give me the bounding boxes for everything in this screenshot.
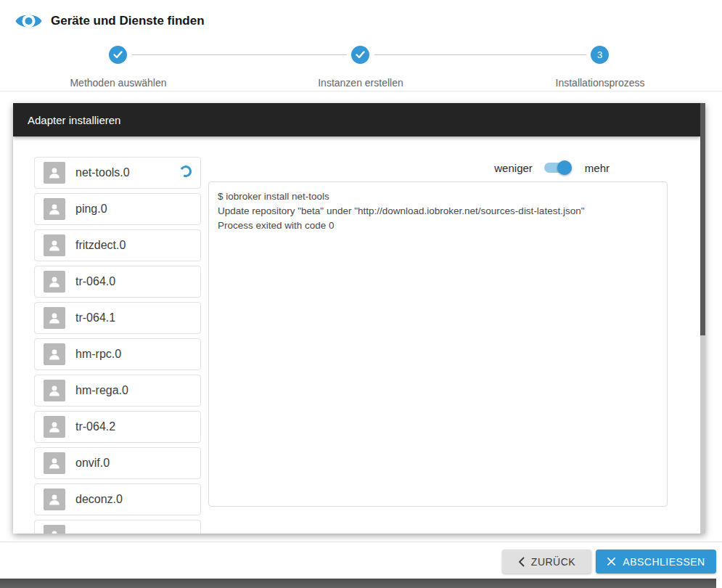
step-3-circle: 3: [591, 46, 609, 64]
adapter-name: onvif.0: [75, 457, 110, 470]
adapter-name: tr-064.2: [75, 420, 115, 433]
install-console-output: $ iobroker install net-toolsUpdate repos…: [208, 181, 668, 507]
adapter-name: tr-064.0: [75, 275, 115, 288]
back-button-label: ZURÜCK: [531, 556, 575, 568]
chevron-left-icon: [518, 557, 525, 567]
adapter-name: fritzdect.0: [75, 239, 126, 252]
install-adapter-dialog: Adapter installieren net-tools.0 ping.0: [13, 103, 705, 534]
adapter-avatar: [44, 380, 65, 401]
adapter-avatar: [44, 162, 65, 184]
step-2-check-icon: [351, 46, 369, 64]
dialog-title-bar: Adapter installieren: [13, 103, 700, 136]
adapter-avatar: [44, 343, 65, 365]
step-1-check-icon: [109, 46, 127, 64]
installing-spinner-icon: [179, 164, 194, 179]
adapter-avatar: [44, 234, 65, 256]
adapter-list-item[interactable]: onvif.0: [34, 447, 201, 479]
adapter-list-item[interactable]: net-tools.0: [34, 157, 201, 189]
step-3-number: 3: [597, 49, 602, 60]
adapter-list-item[interactable]: ping.0: [34, 193, 201, 225]
console-line: Process exited with code 0: [218, 219, 658, 233]
discovery-wizard-page: Geräte und Dienste finden 3 Methoden aus…: [0, 0, 722, 588]
person-icon: [46, 528, 62, 534]
toggle-label-weniger: weniger: [494, 162, 533, 174]
adapter-name: net-tools.0: [75, 166, 130, 179]
console-line: Update repository "beta" under "http://d…: [218, 204, 658, 219]
step-label-instanzen: Instanzen erstellen: [318, 77, 403, 89]
toggle-label-mehr: mehr: [585, 162, 610, 174]
finish-button-label: ABSCHLIESSEN: [623, 556, 705, 568]
header-divider: [0, 91, 722, 91]
adapter-list-item[interactable]: [34, 520, 201, 534]
adapter-name: hm-rpc.0: [75, 348, 121, 361]
step-label-methoden: Methoden auswählen: [70, 77, 166, 89]
adapter-name: tr-064.1: [75, 311, 115, 324]
adapter-avatar: [44, 525, 65, 534]
adapter-list-item[interactable]: fritzdect.0: [34, 229, 201, 261]
person-icon: [46, 274, 62, 290]
app-header: Geräte und Dienste finden: [15, 9, 205, 33]
dialog-scrollbar-thumb[interactable]: [700, 103, 705, 335]
adapter-name: deconz.0: [75, 493, 123, 506]
person-icon: [46, 201, 62, 217]
adapter-avatar: [44, 307, 65, 329]
person-icon: [46, 383, 62, 399]
adapter-avatar: [44, 452, 65, 474]
person-icon: [46, 165, 62, 181]
person-icon: [46, 310, 62, 326]
back-button[interactable]: ZURÜCK: [502, 550, 591, 573]
stepper-connector-1: [132, 54, 347, 55]
person-icon: [46, 237, 62, 253]
adapter-list-item[interactable]: deconz.0: [34, 483, 201, 515]
adapter-list-item[interactable]: hm-rpc.0: [34, 338, 201, 370]
adapter-list-item[interactable]: tr-064.1: [34, 302, 201, 334]
page-title: Geräte und Dienste finden: [51, 14, 205, 28]
close-icon: [607, 557, 616, 566]
adapter-instance-list: net-tools.0 ping.0 fritzdect.0: [34, 157, 201, 534]
adapter-list-item[interactable]: tr-064.2: [34, 411, 201, 443]
dialog-title: Adapter installieren: [28, 114, 120, 126]
horizontal-scrollbar[interactable]: [0, 579, 716, 588]
adapter-avatar: [44, 198, 65, 220]
adapter-list-item[interactable]: tr-064.0: [34, 266, 201, 298]
adapter-list-item[interactable]: hm-rega.0: [34, 375, 201, 407]
person-icon: [46, 491, 62, 507]
adapter-avatar: [44, 489, 65, 510]
adapter-avatar: [44, 271, 65, 293]
discovery-eye-icon: [15, 9, 43, 33]
footer-divider: [0, 542, 722, 542]
log-verbosity-switch[interactable]: [544, 163, 569, 173]
stepper-connector-2: [374, 54, 586, 55]
switch-thumb[interactable]: [557, 160, 572, 175]
step-label-installation: Installationsprozess: [556, 77, 645, 89]
log-verbosity-row: weniger mehr: [208, 154, 668, 181]
person-icon: [46, 419, 62, 435]
person-icon: [46, 455, 62, 471]
adapter-avatar: [44, 416, 65, 438]
finish-button[interactable]: ABSCHLIESSEN: [596, 550, 716, 573]
person-icon: [46, 346, 62, 362]
console-line: $ iobroker install net-tools: [218, 189, 658, 204]
adapter-name: ping.0: [75, 203, 107, 216]
adapter-name: hm-rega.0: [75, 384, 128, 397]
